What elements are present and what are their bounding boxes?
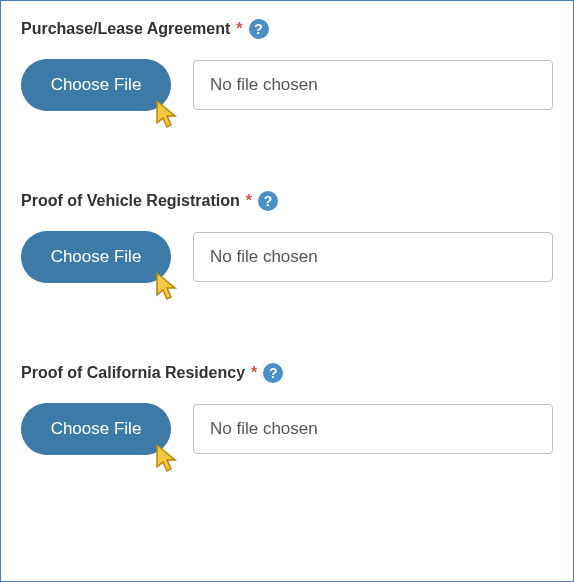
upload-form-panel: Purchase/Lease Agreement * ? Choose File… [0,0,574,582]
file-name-display: No file chosen [193,404,553,454]
field-group-vehicle-registration: Proof of Vehicle Registration * ? Choose… [21,191,553,283]
required-asterisk: * [246,192,252,210]
file-name-display: No file chosen [193,60,553,110]
help-icon[interactable]: ? [258,191,278,211]
file-input-row: Choose File No file chosen [21,59,553,111]
field-label: Proof of Vehicle Registration [21,192,240,210]
choose-file-button[interactable]: Choose File [21,231,171,283]
field-label: Purchase/Lease Agreement [21,20,230,38]
field-group-purchase-lease-agreement: Purchase/Lease Agreement * ? Choose File… [21,19,553,111]
help-icon[interactable]: ? [249,19,269,39]
required-asterisk: * [251,364,257,382]
file-input-row: Choose File No file chosen [21,231,553,283]
field-label-row: Purchase/Lease Agreement * ? [21,19,553,39]
field-label: Proof of California Residency [21,364,245,382]
field-label-row: Proof of Vehicle Registration * ? [21,191,553,211]
field-label-row: Proof of California Residency * ? [21,363,553,383]
field-group-california-residency: Proof of California Residency * ? Choose… [21,363,553,455]
file-name-display: No file chosen [193,232,553,282]
required-asterisk: * [236,20,242,38]
choose-file-button[interactable]: Choose File [21,59,171,111]
help-icon[interactable]: ? [263,363,283,383]
file-input-row: Choose File No file chosen [21,403,553,455]
choose-file-button[interactable]: Choose File [21,403,171,455]
